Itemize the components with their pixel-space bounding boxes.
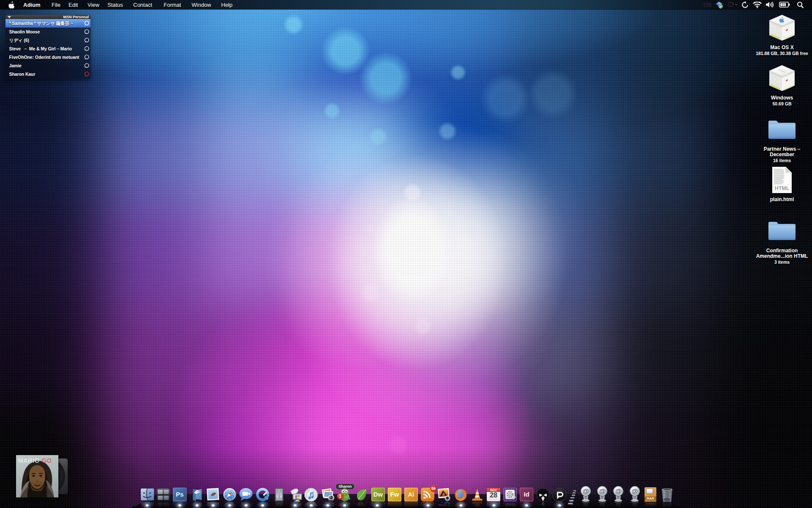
svg-text:HTML: HTML — [775, 185, 790, 191]
